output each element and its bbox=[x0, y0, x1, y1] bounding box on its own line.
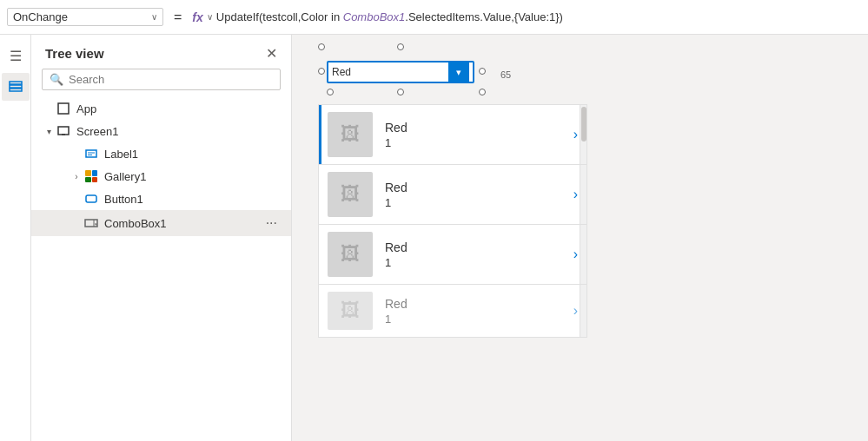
close-button[interactable]: ✕ bbox=[266, 45, 277, 62]
svg-rect-3 bbox=[58, 103, 69, 114]
search-input[interactable] bbox=[69, 73, 273, 86]
tree-item-app[interactable]: App bbox=[31, 97, 291, 120]
gallery-thumb-2: 🖼 bbox=[328, 172, 373, 217]
coord-label: 65 bbox=[500, 69, 613, 80]
combobox-icon: ▾ bbox=[83, 215, 99, 231]
gallery-icon bbox=[83, 168, 99, 184]
combobox1-more-button[interactable]: ··· bbox=[262, 214, 281, 233]
selected-line bbox=[319, 105, 321, 164]
app-icon bbox=[56, 101, 71, 116]
formula-italic: ComboBox1 bbox=[343, 10, 406, 23]
formula-text: UpdateIf(testcoll,Color in ComboBox1.Sel… bbox=[216, 10, 861, 23]
gallery-chevron-1: › bbox=[573, 127, 578, 142]
formula-plain: UpdateIf(testcoll,Color in bbox=[216, 10, 343, 23]
label-icon bbox=[83, 146, 99, 161]
tree-header: Tree view ✕ bbox=[31, 35, 291, 69]
gallery-thumb-4: 🖼 bbox=[328, 292, 373, 330]
fx-icon: fx bbox=[192, 10, 202, 24]
handle-bottom-center[interactable] bbox=[397, 89, 404, 95]
gallery-chevron-3: › bbox=[573, 247, 578, 262]
tree-item-combobox1[interactable]: ▾ ComboBox1 ··· bbox=[31, 210, 291, 236]
image-placeholder-icon: 🖼 bbox=[341, 123, 360, 146]
gallery1-expand-icon[interactable]: › bbox=[70, 169, 83, 183]
handle-bottom-left[interactable] bbox=[327, 89, 334, 95]
tree-item-button1-label: Button1 bbox=[104, 193, 281, 206]
gallery-subtitle-3: 1 bbox=[385, 256, 573, 269]
formula-bar: fx ∨ UpdateIf(testcoll,Color in ComboBox… bbox=[192, 10, 861, 24]
tree-items: App ▾ Screen1 Label1 › bbox=[31, 97, 291, 441]
icon-rail: ☰ bbox=[0, 35, 31, 441]
combobox1-expand-placeholder bbox=[70, 216, 83, 230]
handle-middle-right[interactable] bbox=[479, 68, 486, 75]
gallery-item-1[interactable]: 🖼 Red 1 › bbox=[319, 105, 586, 165]
expand-placeholder bbox=[42, 102, 56, 115]
combobox-dropdown-button[interactable]: ▾ bbox=[448, 62, 469, 82]
gallery-text-1: Red 1 bbox=[385, 121, 573, 149]
gallery-title-2: Red bbox=[385, 181, 573, 194]
handle-top-left[interactable] bbox=[318, 43, 325, 50]
label1-expand-placeholder bbox=[70, 147, 83, 161]
tree-item-label1-label: Label1 bbox=[104, 148, 281, 161]
combobox-value: Red bbox=[332, 66, 448, 78]
image-placeholder-icon-3: 🖼 bbox=[341, 243, 360, 266]
svg-text:▾: ▾ bbox=[95, 221, 97, 227]
tree-item-button1[interactable]: Button1 bbox=[31, 188, 291, 210]
gallery-chevron-4: › bbox=[573, 303, 578, 319]
gallery-subtitle-4: 1 bbox=[385, 313, 573, 326]
layers-icon[interactable] bbox=[2, 73, 30, 101]
gallery-thumb-3: 🖼 bbox=[328, 232, 373, 277]
gallery-item-2[interactable]: 🖼 Red 1 › bbox=[319, 165, 586, 225]
svg-rect-4 bbox=[58, 127, 69, 135]
gallery-text-3: Red 1 bbox=[385, 240, 573, 269]
event-chevron-icon: ∨ bbox=[151, 12, 157, 22]
screen1-expand-icon[interactable]: ▾ bbox=[42, 124, 56, 138]
gallery-chevron-2: › bbox=[573, 187, 578, 202]
tree-item-gallery1[interactable]: › Gallery1 bbox=[31, 165, 291, 188]
gallery-item-4[interactable]: 🖼 Red 1 › bbox=[319, 285, 586, 337]
event-label: OnChange bbox=[13, 10, 68, 23]
svg-rect-0 bbox=[10, 89, 22, 91]
top-bar: OnChange ∨ = fx ∨ UpdateIf(testcoll,Colo… bbox=[0, 0, 868, 35]
gallery-text-2: Red 1 bbox=[385, 181, 573, 209]
combobox-widget[interactable]: Red ▾ 65 bbox=[327, 52, 587, 95]
gallery-subtitle-2: 1 bbox=[385, 196, 573, 209]
tree-item-combobox1-label: ComboBox1 bbox=[104, 217, 262, 230]
formula-end: .SelectedItems.Value,{Value:1}) bbox=[405, 10, 563, 23]
tree-title: Tree view bbox=[45, 46, 104, 61]
tree-item-screen1[interactable]: ▾ Screen1 bbox=[31, 120, 291, 142]
tree-item-app-label: App bbox=[76, 102, 281, 115]
tree-item-screen1-label: Screen1 bbox=[76, 125, 281, 138]
gallery-text-4: Red 1 bbox=[385, 297, 573, 326]
tree-item-label1[interactable]: Label1 bbox=[31, 142, 291, 165]
search-box[interactable]: 🔍 bbox=[42, 69, 281, 90]
handle-bottom-right[interactable] bbox=[479, 89, 486, 95]
svg-rect-6 bbox=[86, 150, 96, 157]
handle-middle-left[interactable] bbox=[318, 68, 325, 75]
button-icon bbox=[83, 191, 99, 207]
fx-chevron-icon: ∨ bbox=[207, 12, 213, 22]
gallery-title-1: Red bbox=[385, 121, 573, 135]
main-layout: ☰ Tree view ✕ 🔍 App bbox=[0, 35, 868, 441]
gallery-list: 🖼 Red 1 › 🖼 Red 1 bbox=[318, 104, 587, 338]
svg-rect-2 bbox=[10, 82, 22, 84]
tree-item-gallery1-label: Gallery1 bbox=[104, 170, 281, 183]
tree-panel: Tree view ✕ 🔍 App ▾ Screen1 bbox=[31, 35, 292, 441]
event-selector[interactable]: OnChange ∨ bbox=[7, 8, 163, 26]
gallery-item-3[interactable]: 🖼 Red 1 › bbox=[319, 225, 586, 285]
button1-expand-placeholder bbox=[70, 192, 83, 206]
screen-icon bbox=[56, 123, 71, 139]
handle-top-center[interactable] bbox=[397, 43, 404, 50]
gallery-title-3: Red bbox=[385, 240, 573, 254]
combobox-control[interactable]: Red ▾ bbox=[327, 61, 474, 83]
hamburger-menu-icon[interactable]: ☰ bbox=[2, 42, 30, 69]
gallery-title-4: Red bbox=[385, 297, 573, 311]
search-icon: 🔍 bbox=[50, 73, 63, 86]
equals-sign: = bbox=[170, 10, 185, 25]
canvas-inner: Red ▾ 65 🖼 bbox=[318, 52, 587, 338]
svg-rect-9 bbox=[86, 195, 96, 202]
image-placeholder-icon-2: 🖼 bbox=[341, 183, 360, 206]
gallery-thumb-1: 🖼 bbox=[328, 112, 373, 157]
gallery-subtitle-1: 1 bbox=[385, 136, 573, 149]
svg-rect-1 bbox=[10, 85, 22, 88]
canvas-area: Red ▾ 65 🖼 bbox=[292, 35, 868, 441]
